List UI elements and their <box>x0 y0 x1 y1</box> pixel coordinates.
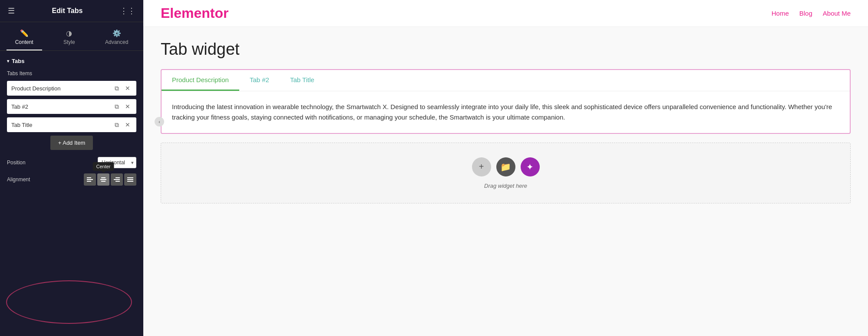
tab-advanced-label: Advanced <box>105 39 128 45</box>
alignment-label: Alignment <box>7 176 30 183</box>
svg-rect-8 <box>116 181 120 182</box>
svg-rect-1 <box>87 179 93 180</box>
drop-label: Drag widget here <box>484 183 527 189</box>
svg-rect-9 <box>127 177 133 178</box>
nav-link-about[interactable]: About Me <box>823 10 851 17</box>
hamburger-icon[interactable]: ☰ <box>8 6 15 16</box>
nav-bar: Elementor Home Blog About Me <box>143 0 868 27</box>
tab-item-row: Tab #2 ⧉ ✕ <box>7 99 136 114</box>
alignment-section: Alignment Center <box>7 173 136 186</box>
alignment-field-row: Alignment Center <box>7 173 136 186</box>
tab-style[interactable]: ◑ Style <box>55 26 84 50</box>
tab-style-label: Style <box>63 39 75 45</box>
gear-icon: ⚙️ <box>112 29 121 37</box>
tab-advanced[interactable]: ⚙️ Advanced <box>96 26 137 50</box>
add-item-button[interactable]: + Add Item <box>50 136 93 150</box>
align-center-tooltip-wrapper: Center <box>97 173 109 186</box>
tab-item-delete-0[interactable]: ✕ <box>123 84 132 92</box>
widget-tab-2[interactable]: Tab Title <box>280 70 325 91</box>
nav-logo: Elementor <box>161 5 228 21</box>
align-left-button[interactable] <box>84 173 96 186</box>
section-arrow-icon: ▾ <box>7 59 9 63</box>
tabs-items-label: Tabs Items <box>7 70 136 77</box>
main-content: Elementor Home Blog About Me ‹ Tab widge… <box>143 0 868 336</box>
position-select[interactable]: Horizontal Vertical <box>98 157 136 168</box>
svg-rect-3 <box>101 177 106 178</box>
svg-rect-5 <box>101 181 106 182</box>
svg-rect-2 <box>87 181 91 182</box>
svg-rect-4 <box>100 179 106 180</box>
tab-item-delete-2[interactable]: ✕ <box>123 121 132 129</box>
content-area: ‹ Tab widget Product Description Tab #2 … <box>143 27 868 336</box>
collapse-handle[interactable]: ‹ <box>155 117 164 126</box>
nav-links: Home Blog About Me <box>772 10 851 17</box>
sparkle-button[interactable]: ✦ <box>521 157 540 176</box>
widget-tabs-bar: Product Description Tab #2 Tab Title <box>162 70 850 91</box>
tab-item-row: Product Description ⧉ ✕ <box>7 81 136 96</box>
svg-rect-10 <box>127 179 133 180</box>
align-justify-button[interactable] <box>124 173 136 186</box>
sidebar-title: Edit Tabs <box>52 7 83 15</box>
tab-item-row: Tab Title ⧉ ✕ <box>7 117 136 132</box>
widget-tab-content: Introducing the latest innovation in wea… <box>162 91 850 133</box>
position-label: Position <box>7 160 26 166</box>
add-widget-button[interactable]: + <box>472 157 491 176</box>
alignment-buttons: Center <box>84 173 136 186</box>
svg-rect-7 <box>114 179 120 180</box>
tab-item-copy-0[interactable]: ⧉ <box>113 84 121 92</box>
tab-item-copy-2[interactable]: ⧉ <box>113 121 121 129</box>
edit-icon: ✏️ <box>20 29 29 37</box>
tab-item-delete-1[interactable]: ✕ <box>123 103 132 110</box>
tab-item-copy-1[interactable]: ⧉ <box>113 103 121 110</box>
nav-link-home[interactable]: Home <box>772 10 789 17</box>
style-icon: ◑ <box>66 29 72 37</box>
sidebar: ☰ Edit Tabs ⋮⋮ ✏️ Content ◑ Style ⚙️ Adv… <box>0 0 143 336</box>
tabs-section-header[interactable]: ▾ Tabs <box>7 58 136 64</box>
position-select-wrapper: Horizontal Vertical <box>98 157 136 168</box>
sidebar-header: ☰ Edit Tabs ⋮⋮ <box>0 0 143 22</box>
widget-tab-0[interactable]: Product Description <box>162 70 239 91</box>
tab-item-label-2: Tab Title <box>11 122 110 128</box>
tab-item-label-0: Product Description <box>11 85 110 92</box>
section-title: Tabs <box>12 58 24 64</box>
tab-widget: Product Description Tab #2 Tab Title Int… <box>161 69 851 134</box>
folder-button[interactable]: 📁 <box>496 157 515 176</box>
page-title: Tab widget <box>161 40 851 59</box>
content-wrapper: ‹ Tab widget Product Description Tab #2 … <box>161 40 851 203</box>
position-field-row: Position Horizontal Vertical <box>7 157 136 168</box>
drop-zone[interactable]: + 📁 ✦ Drag widget here <box>161 143 851 203</box>
drop-zone-buttons: + 📁 ✦ <box>472 157 540 176</box>
tab-item-label-1: Tab #2 <box>11 103 110 110</box>
align-center-button[interactable] <box>97 173 109 186</box>
nav-link-blog[interactable]: Blog <box>799 10 812 17</box>
sidebar-content: ▾ Tabs Tabs Items Product Description ⧉ … <box>0 51 143 336</box>
widget-tab-1[interactable]: Tab #2 <box>239 70 280 91</box>
oval-highlight <box>6 280 132 324</box>
grid-icon[interactable]: ⋮⋮ <box>120 6 135 16</box>
tab-content-label: Content <box>15 39 33 45</box>
svg-rect-0 <box>87 177 91 178</box>
sidebar-tabs: ✏️ Content ◑ Style ⚙️ Advanced <box>0 22 143 51</box>
align-right-button[interactable] <box>111 173 123 186</box>
svg-rect-6 <box>116 177 120 178</box>
tab-content[interactable]: ✏️ Content <box>7 26 42 50</box>
svg-rect-11 <box>127 181 133 182</box>
